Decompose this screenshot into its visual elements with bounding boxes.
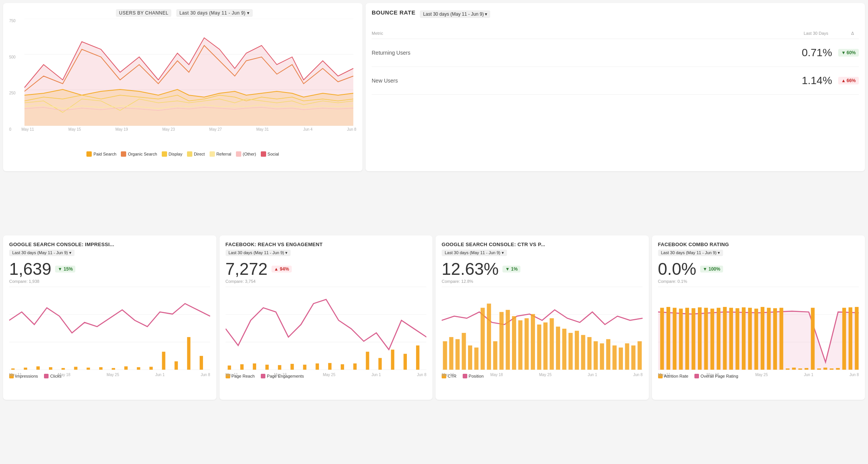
svg-rect-72	[581, 335, 585, 370]
svg-rect-90	[679, 308, 683, 370]
svg-rect-81	[637, 341, 642, 370]
svg-rect-87	[660, 308, 664, 370]
x-label-may19: May 19	[115, 127, 128, 131]
fb-x-may25: May 25	[323, 373, 335, 377]
y-label-0: 0	[9, 127, 16, 131]
legend-referral-label: Referral	[216, 152, 231, 156]
svg-rect-66	[543, 323, 548, 370]
ctr-value-row: 12.63% ▼ 1%	[442, 261, 643, 277]
svg-rect-115	[836, 368, 840, 370]
impressions-compare: Compare: 1,938	[9, 279, 210, 284]
svg-rect-37	[315, 363, 319, 370]
svg-rect-13	[49, 367, 52, 370]
legend-direct[interactable]: Direct	[187, 151, 205, 157]
social-color	[261, 151, 266, 157]
svg-rect-57	[487, 303, 491, 370]
svg-rect-22	[162, 352, 166, 370]
combo-change-pct: 100%	[709, 266, 720, 272]
impressions-chart: May 11 May 18 May 25 Jun 1 Jun 8	[9, 287, 210, 371]
svg-rect-43	[391, 350, 394, 370]
svg-rect-103	[761, 307, 764, 370]
bounce-rate-card: BOUNCE RATE Last 30 days (May 11 - Jun 9…	[366, 3, 865, 171]
fb-x-jun8: Jun 8	[417, 373, 426, 377]
bounce-rate-table: Metric Last 30 Days Δ Returning Users 0.…	[372, 28, 859, 95]
svg-rect-94	[704, 308, 708, 370]
svg-rect-77	[613, 346, 617, 370]
other-color	[236, 151, 241, 157]
svg-rect-34	[278, 365, 281, 370]
combo-x-may11: May 11	[658, 373, 671, 377]
svg-rect-105	[773, 308, 777, 370]
ctr-svg	[442, 287, 643, 371]
impressions-card: GOOGLE SEARCH CONSOLE: IMPRESSI... Last …	[3, 235, 216, 400]
svg-rect-114	[829, 368, 833, 370]
legend-organic-search[interactable]: Organic Search	[121, 151, 157, 157]
svg-rect-39	[341, 364, 344, 370]
svg-rect-40	[353, 363, 356, 370]
svg-rect-59	[499, 312, 504, 370]
ctr-x-may25: May 25	[539, 373, 552, 377]
svg-rect-108	[792, 368, 796, 370]
svg-rect-52	[455, 339, 460, 370]
legend-other-label: (Other)	[243, 152, 256, 156]
users-channel-title: USERS BY CHANNEL Last 30 days (May 11 - …	[9, 9, 356, 16]
legend-display[interactable]: Display	[162, 151, 182, 157]
ctr-title: GOOGLE SEARCH CONSOLE: CTR VS P...	[442, 242, 643, 247]
bounce-rate-date-range[interactable]: Last 30 days (May 11 - Jun 9) ▾	[420, 10, 490, 18]
imp-x-jun1: Jun 1	[155, 373, 164, 377]
svg-rect-12	[36, 367, 40, 370]
top-row: USERS BY CHANNEL Last 30 days (May 11 - …	[3, 3, 865, 171]
impressions-date-range[interactable]: Last 30 days (May 11 - Jun 9) ▾	[9, 250, 75, 256]
facebook-date-range[interactable]: Last 30 days (May 11 - Jun 9) ▾	[226, 250, 291, 256]
combo-rating-card: FACEBOOK COMBO RATING Last 30 days (May …	[652, 235, 865, 400]
svg-rect-14	[62, 368, 65, 370]
svg-rect-54	[468, 346, 472, 370]
svg-rect-31	[240, 364, 244, 370]
svg-rect-78	[619, 347, 623, 370]
facebook-change-badge: ▲ 94%	[271, 266, 292, 273]
delta-col-header: Δ	[851, 31, 859, 36]
svg-rect-36	[303, 365, 306, 370]
combo-date-range[interactable]: Last 30 days (May 11 - Jun 9) ▾	[658, 250, 723, 256]
svg-rect-106	[779, 308, 783, 370]
svg-rect-101	[748, 308, 752, 370]
impressions-change-pct: 15%	[63, 266, 73, 272]
svg-rect-95	[710, 308, 714, 370]
svg-rect-68	[556, 327, 560, 370]
fb-x-may18: May 18	[274, 373, 287, 377]
x-label-may15: May 15	[68, 127, 81, 131]
legend-social[interactable]: Social	[261, 151, 279, 157]
users-channel-date-range[interactable]: Last 30 days (May 11 - Jun 9) ▾	[176, 9, 253, 17]
svg-rect-62	[518, 320, 522, 370]
new-users-change: 66%	[847, 78, 856, 83]
svg-rect-56	[481, 308, 485, 370]
impressions-title: GOOGLE SEARCH CONSOLE: IMPRESSI...	[9, 242, 210, 247]
display-color	[162, 151, 167, 157]
combo-main-value: 0.0%	[658, 261, 696, 277]
imp-x-may18: May 18	[58, 373, 70, 377]
svg-rect-88	[666, 307, 670, 370]
ctr-date-range[interactable]: Last 30 days (May 11 - Jun 9) ▾	[442, 250, 507, 256]
svg-rect-35	[290, 364, 294, 370]
svg-rect-32	[253, 363, 256, 370]
ctr-x-jun1: Jun 1	[588, 373, 597, 377]
legend-referral[interactable]: Referral	[210, 151, 231, 157]
facebook-value-row: 7,272 ▲ 94%	[226, 261, 427, 277]
legend-other[interactable]: (Other)	[236, 151, 256, 157]
legend-paid-search[interactable]: Paid Search	[86, 151, 116, 157]
svg-rect-118	[855, 307, 858, 370]
direct-color	[187, 151, 192, 157]
combo-title: FACEBOOK COMBO RATING	[658, 242, 859, 247]
y-label-750: 750	[9, 19, 16, 23]
svg-rect-55	[474, 347, 478, 370]
svg-rect-45	[416, 346, 419, 370]
imp-x-may11: May 11	[9, 373, 22, 377]
combo-x-jun8: Jun 8	[849, 373, 858, 377]
svg-rect-64	[531, 314, 535, 370]
svg-rect-25	[200, 356, 203, 370]
new-users-row: New Users 1.14% ▲ 66%	[372, 67, 859, 95]
x-label-may23: May 23	[162, 127, 175, 131]
svg-rect-79	[625, 343, 629, 370]
ctr-x-jun8: Jun 8	[633, 373, 642, 377]
svg-rect-38	[328, 363, 332, 370]
